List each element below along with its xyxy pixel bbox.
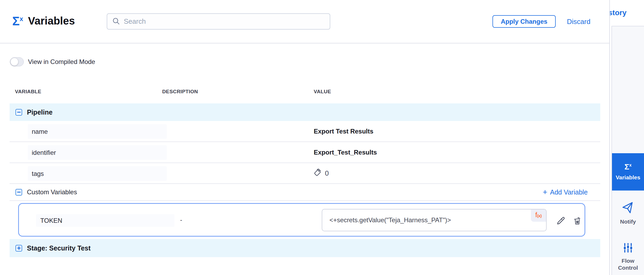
rail-item-label: Variables — [616, 174, 640, 181]
variable-name-cell: identifier — [28, 145, 167, 160]
column-header-description: DESCRIPTION — [162, 89, 198, 95]
apply-changes-button[interactable]: Apply Changes — [492, 15, 556, 28]
stage-section-header: Stage: Security Test — [10, 239, 600, 257]
compiled-mode-toggle[interactable] — [10, 57, 24, 66]
expand-plus-icon[interactable] — [15, 245, 22, 252]
rail-item-label: Flow Control — [616, 257, 640, 271]
variable-description-cell: - — [180, 204, 182, 236]
drawer-header: Σx Variables Apply Changes Discard — [0, 0, 609, 43]
search-input[interactable] — [124, 17, 325, 26]
expression-fx-badge[interactable]: f(x) — [531, 209, 546, 222]
variable-name-cell: TOKEN — [36, 214, 174, 227]
execution-history-tab-clipped[interactable]: story — [608, 9, 644, 17]
column-header-variable: VARIABLE — [15, 89, 41, 95]
rail-item-label: Notify — [620, 218, 636, 225]
search-box — [107, 13, 330, 30]
variable-value-cell: Export Test Results — [314, 121, 373, 141]
sigma-fx-icon: Σx — [12, 15, 23, 27]
variable-name-cell: tags — [28, 166, 167, 181]
sigma-fx-icon: Σx — [625, 163, 632, 171]
rail-item-variables[interactable]: Σx Variables — [612, 153, 644, 191]
tags-count: 0 — [325, 169, 329, 177]
paper-plane-icon — [622, 202, 634, 215]
studio-right-rail: Σx Variables Notify Flow Control — [611, 26, 644, 275]
collapse-minus-icon[interactable] — [15, 189, 22, 196]
toggle-knob — [11, 58, 18, 66]
delete-variable-button[interactable] — [573, 216, 582, 227]
custom-variables-header: Custom Variables + Add Variable — [10, 184, 600, 201]
table-row: identifier Export_Test_Results — [10, 142, 600, 163]
variable-name-cell: name — [28, 124, 167, 139]
compiled-mode-row: View in Compiled Mode — [10, 57, 95, 66]
pipeline-section-title: Pipeline — [27, 108, 53, 116]
tag-icon — [314, 168, 322, 179]
pipeline-studio: story Σx Variables Notify Flow Contr — [0, 0, 644, 275]
custom-variables-title: Custom Variables — [27, 188, 77, 196]
rail-item-notify[interactable]: Notify — [612, 199, 644, 228]
variable-value-cell: Export_Test_Results — [314, 142, 377, 163]
rail-item-flow-control[interactable]: Flow Control — [612, 238, 644, 275]
collapse-minus-icon[interactable] — [15, 109, 22, 116]
page-title: Variables — [28, 15, 75, 27]
discard-button[interactable]: Discard — [567, 18, 590, 26]
variables-drawer: Σx Variables Apply Changes Discard View … — [0, 0, 610, 275]
sliders-icon — [623, 242, 633, 254]
variable-value-input[interactable]: <+secrets.getValue("Teja_Harness_PAT")> … — [322, 209, 547, 231]
plus-icon: + — [543, 188, 547, 196]
stage-section-title: Stage: Security Test — [27, 244, 91, 252]
expression-value: <+secrets.getValue("Teja_Harness_PAT")> — [329, 209, 451, 231]
pipeline-section-header: Pipeline — [10, 103, 600, 121]
column-header-value: VALUE — [314, 89, 331, 95]
add-variable-button[interactable]: + Add Variable — [543, 184, 588, 200]
compiled-mode-label: View in Compiled Mode — [28, 58, 95, 66]
table-row: name Export Test Results — [10, 121, 600, 142]
edit-variable-button[interactable] — [556, 216, 566, 227]
table-row: tags 0 — [10, 163, 600, 184]
custom-variable-row-selected[interactable]: TOKEN - <+secrets.getValue("Teja_Harness… — [18, 203, 585, 237]
variable-value-cell: 0 — [314, 163, 329, 183]
search-icon — [112, 17, 120, 26]
